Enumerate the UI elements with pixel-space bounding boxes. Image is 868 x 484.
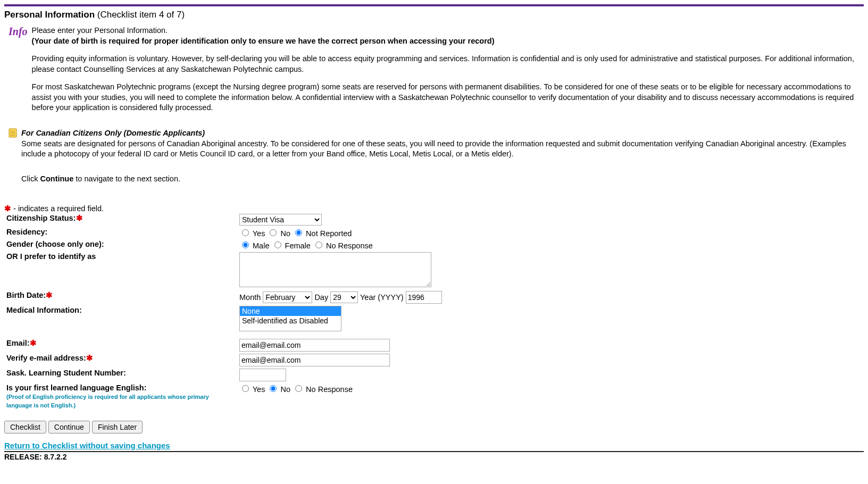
info-line1: Please enter your Personal Information. bbox=[32, 26, 168, 35]
citizenship-select[interactable]: Student Visa bbox=[239, 214, 322, 226]
firstlang-noresponse-radio[interactable] bbox=[295, 385, 302, 392]
verify-email-label: Verify e-mail address: bbox=[6, 354, 86, 362]
firstlang-yes-radio[interactable] bbox=[242, 385, 249, 392]
firstlang-no-radio[interactable] bbox=[270, 385, 277, 392]
residency-group: Yes No Not Reported bbox=[237, 227, 444, 239]
first-lang-note: (Proof of English proficiency is require… bbox=[6, 394, 209, 408]
top-rule bbox=[4, 4, 864, 6]
page-title-bold: Personal Information bbox=[4, 10, 95, 20]
email-label: Email: bbox=[6, 339, 30, 347]
form-table: Citizenship Status:✱ Student Visa Reside… bbox=[4, 213, 444, 410]
gender-label: Gender (choose only one): bbox=[6, 240, 104, 248]
note-block: For Canadian Citizens Only (Domestic App… bbox=[4, 128, 864, 167]
residency-no-radio[interactable] bbox=[270, 229, 277, 236]
info-icon: Info bbox=[9, 26, 28, 38]
button-row: Checklist Continue Finish Later bbox=[4, 421, 864, 433]
gender-noresponse-radio[interactable] bbox=[315, 241, 322, 248]
checklist-button[interactable]: Checklist bbox=[4, 421, 46, 433]
finish-later-button[interactable]: Finish Later bbox=[92, 421, 143, 433]
page-title: Personal Information (Checklist item 4 o… bbox=[4, 10, 864, 20]
day-select[interactable]: 29 bbox=[330, 291, 358, 303]
medical-option-none[interactable]: None bbox=[240, 306, 341, 316]
gender-male-radio[interactable] bbox=[242, 241, 249, 248]
medical-option-disabled[interactable]: Self-identified as Disabled bbox=[240, 316, 341, 326]
info-para3: For most Saskatchewan Polytechnic progra… bbox=[32, 82, 864, 113]
release-label: RELEASE: 8.7.2.2 bbox=[4, 453, 864, 461]
gender-group: Male Female No Response bbox=[237, 239, 444, 251]
sask-number-input[interactable] bbox=[239, 369, 286, 381]
gender-female-radio[interactable] bbox=[274, 241, 281, 248]
identify-as-textarea[interactable] bbox=[239, 252, 431, 287]
month-label: Month bbox=[239, 293, 261, 302]
continue-instruction: Click Continue to navigate to the next s… bbox=[21, 174, 864, 183]
month-select[interactable]: February bbox=[263, 291, 312, 303]
note-title: For Canadian Citizens Only (Domestic App… bbox=[21, 129, 205, 137]
bottom-rule bbox=[4, 451, 864, 452]
medical-listbox[interactable]: None Self-identified as Disabled bbox=[239, 306, 341, 331]
notepad-icon bbox=[9, 128, 17, 138]
birthdate-label: Birth Date: bbox=[6, 291, 46, 299]
info-text: Please enter your Personal Information. … bbox=[32, 26, 864, 121]
first-lang-group: Yes No No Response bbox=[237, 382, 444, 410]
medical-label: Medical Information: bbox=[6, 306, 82, 314]
first-lang-label: Is your first learned language English: bbox=[6, 383, 146, 392]
residency-yes-radio[interactable] bbox=[242, 229, 249, 236]
page-title-suffix: (Checklist item 4 of 7) bbox=[95, 10, 185, 20]
residency-label: Residency: bbox=[6, 228, 47, 236]
sask-number-label: Sask. Learning Student Number: bbox=[6, 369, 126, 377]
identify-as-label: OR I prefer to identify as bbox=[6, 252, 96, 261]
email-input[interactable] bbox=[239, 339, 390, 352]
continue-button[interactable]: Continue bbox=[48, 421, 90, 433]
day-label: Day bbox=[314, 293, 328, 302]
info-line1-bold: (Your date of birth is required for prop… bbox=[32, 37, 495, 45]
info-block: Info Please enter your Personal Informat… bbox=[4, 26, 864, 121]
citizenship-label: Citizenship Status: bbox=[6, 214, 76, 222]
note-body: Some seats are designated for persons of… bbox=[21, 139, 846, 158]
svg-rect-0 bbox=[9, 129, 16, 137]
year-input[interactable] bbox=[406, 291, 442, 304]
info-para2: Providing equity information is voluntar… bbox=[32, 54, 864, 74]
required-legend: ✱ - indicates a required field. bbox=[4, 204, 864, 213]
verify-email-input[interactable] bbox=[239, 354, 390, 366]
note-text: For Canadian Citizens Only (Domestic App… bbox=[21, 128, 864, 167]
residency-notreported-radio[interactable] bbox=[295, 229, 302, 236]
return-to-checklist-link[interactable]: Return to Checklist without saving chang… bbox=[4, 441, 864, 450]
year-label: Year (YYYY) bbox=[360, 293, 404, 302]
